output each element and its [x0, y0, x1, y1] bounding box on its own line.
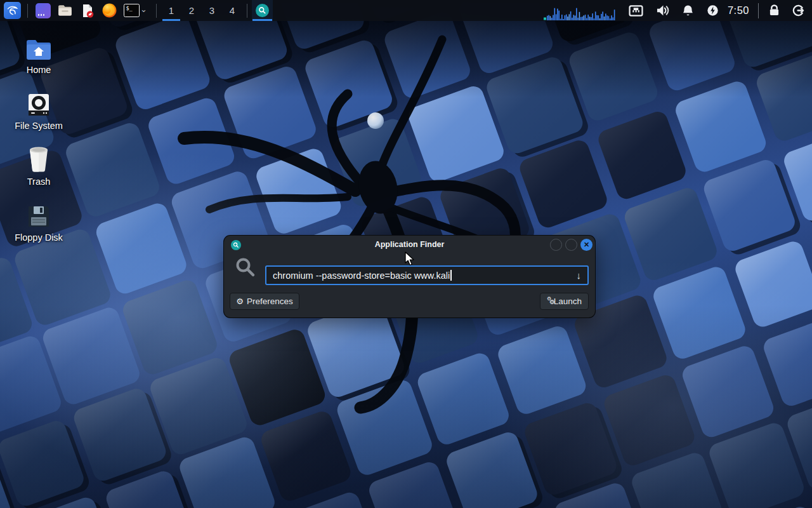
search-icon: [235, 257, 256, 280]
text-editor-launcher[interactable]: [76, 0, 98, 21]
window-title: Application Finder: [224, 240, 595, 249]
trash-bin-icon: [26, 145, 51, 173]
text-editor-icon: [79, 3, 95, 18]
gear-icon: ⚙: [236, 297, 244, 306]
file-manager-icon: [57, 3, 73, 18]
desktop-icon-label: Floppy Disk: [15, 232, 63, 243]
panel-separator: [156, 4, 157, 18]
clock[interactable]: 7:50: [728, 4, 749, 17]
file-system-drive-icon: [27, 89, 51, 117]
network-icon[interactable]: [629, 5, 643, 17]
kali-menu-button[interactable]: [2, 0, 23, 21]
run-gears-icon: ⚙ ⚙: [547, 297, 551, 305]
desktop-icon-label: Home: [27, 65, 51, 75]
arrow-down-icon[interactable]: ↓: [577, 270, 582, 281]
panel-separator: [758, 3, 759, 18]
power-manager-icon[interactable]: [707, 4, 719, 17]
desktop-icon-home[interactable]: Home: [10, 33, 67, 75]
desktop-icon-label: Trash: [27, 177, 51, 187]
kali-logo-icon: [4, 2, 21, 19]
cpu-graph[interactable]: [544, 0, 616, 21]
application-finder-window: Application Finder ✕ chromium --password…: [224, 236, 595, 318]
terminal-icon: $_: [124, 4, 140, 17]
desktop-icon-file-system[interactable]: File System: [10, 89, 67, 131]
command-input[interactable]: chromium --password-store=basic www.kali…: [265, 265, 589, 285]
logout-icon[interactable]: [792, 4, 804, 17]
taskbar-application-finder[interactable]: [252, 0, 273, 21]
lock-screen-icon[interactable]: [769, 4, 780, 17]
workspace-3[interactable]: 3: [202, 0, 222, 21]
floppy-disk-icon: [27, 201, 51, 229]
panel-separator: [27, 4, 28, 18]
panel-separator: [247, 4, 247, 18]
workspace-1[interactable]: 1: [161, 0, 181, 21]
home-folder-icon: [25, 33, 52, 61]
preferences-button[interactable]: ⚙ Preferences: [230, 293, 299, 310]
text-caret: [450, 270, 452, 281]
top-panel: $_ ⌄ 1 2 3 4: [0, 0, 812, 21]
close-button[interactable]: ✕: [580, 239, 593, 251]
desktop-icon-label: File System: [15, 121, 63, 131]
command-input-text: chromium --password-store=basic www.kali: [273, 271, 450, 281]
firefox-launcher[interactable]: [98, 0, 121, 21]
desktop-icon-column: Home File System: [10, 33, 67, 257]
chevron-down-icon[interactable]: ⌄: [140, 4, 147, 14]
terminal-launcher[interactable]: $_ ⌄: [121, 0, 152, 21]
volume-icon[interactable]: [656, 4, 669, 17]
show-desktop-icon: [36, 3, 51, 18]
application-finder-icon: [256, 4, 269, 17]
workspace-2[interactable]: 2: [181, 0, 202, 21]
workspace-4[interactable]: 4: [222, 0, 242, 21]
launch-button[interactable]: ⚙ ⚙ Launch: [540, 293, 589, 310]
notifications-bell-icon[interactable]: [682, 4, 694, 17]
desktop-icon-trash[interactable]: Trash: [10, 145, 67, 187]
file-manager-launcher[interactable]: [54, 0, 76, 21]
titlebar[interactable]: Application Finder ✕: [224, 236, 595, 255]
firefox-icon: [102, 3, 117, 18]
minimize-button[interactable]: [550, 239, 562, 251]
maximize-button[interactable]: [565, 239, 577, 251]
show-desktop-launcher[interactable]: [32, 0, 54, 21]
desktop-screen: $_ ⌄ 1 2 3 4: [0, 0, 812, 508]
desktop-icon-floppy-disk[interactable]: Floppy Disk: [10, 201, 67, 243]
